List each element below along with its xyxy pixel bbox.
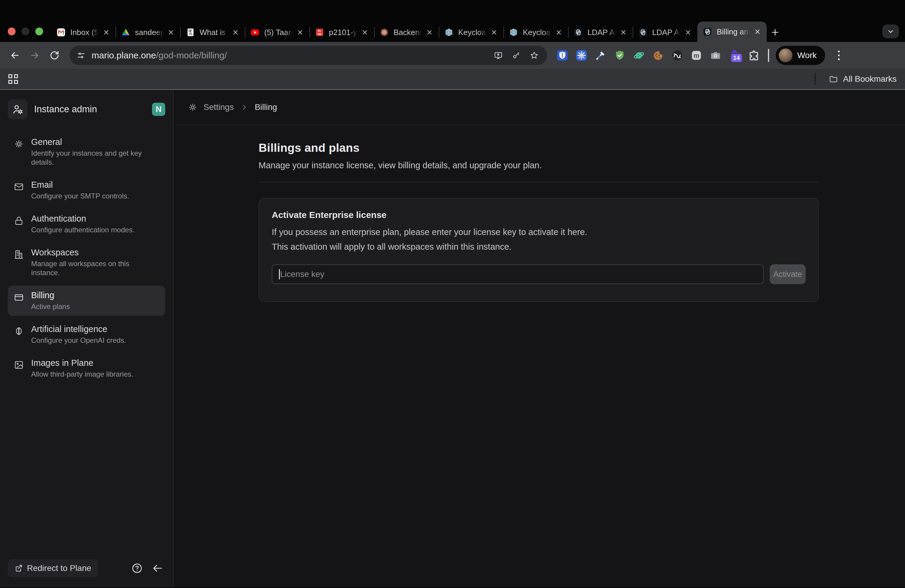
tab-title: Inbox (5) (70, 28, 99, 37)
page-title: Billings and plans (259, 141, 819, 154)
reload-icon[interactable] (47, 48, 62, 63)
lock-icon (13, 215, 25, 226)
breadcrumb-settings[interactable]: Settings (203, 102, 234, 112)
puzzle-icon[interactable] (748, 49, 760, 62)
license-key-input[interactable] (272, 264, 764, 284)
tab-backend[interactable]: Backend (374, 23, 439, 42)
redirect-to-plane-button[interactable]: Redirect to Plane (8, 559, 98, 577)
tab-close-icon[interactable] (619, 28, 628, 37)
browser-window: Inbox (5) sandeep MD What is (5) Taara V… (0, 0, 905, 588)
tab-title: Keycloak (523, 28, 552, 37)
section-divider (259, 182, 819, 182)
tab-close-icon[interactable] (684, 28, 692, 37)
password-key-icon[interactable] (511, 50, 521, 60)
card-description-line2: This activation will apply to all worksp… (272, 242, 806, 252)
extension-badge: 14 (730, 53, 743, 63)
tab-title: Billing an (717, 27, 751, 37)
cookie-icon[interactable] (652, 49, 664, 62)
tab-billing-active[interactable]: Billing an (697, 22, 767, 42)
tab-title: LDAP Au (652, 28, 681, 37)
tab-ldap-2[interactable]: LDAP Au (633, 23, 697, 42)
scribble-icon[interactable] (671, 49, 684, 62)
sidebar-item-authentication[interactable]: Authentication Configure authentication … (8, 209, 165, 239)
tab-close-icon[interactable] (490, 28, 499, 37)
tab-keycloak-2[interactable]: Keycloak (503, 23, 568, 42)
tab-keycloak-1[interactable]: Keycloak (439, 23, 503, 42)
tab-title: Keycloak (458, 28, 487, 37)
tab-ldap-1[interactable]: LDAP Au (568, 23, 633, 42)
tab-vldb[interactable]: VLDB p2101-ya (310, 23, 374, 42)
svg-text:D: D (190, 33, 192, 36)
tab-inbox[interactable]: Inbox (5) (51, 23, 116, 42)
sidebar-item-general[interactable]: General Identify your instances and get … (8, 132, 165, 172)
activate-button[interactable]: Activate (770, 264, 806, 284)
new-tab-button[interactable] (767, 23, 783, 42)
tab-close-icon[interactable] (167, 28, 175, 37)
address-bar[interactable]: mario.plane.one/god-mode/billing/ (70, 46, 547, 65)
sidebar-item-billing[interactable]: Billing Active plans (8, 286, 165, 316)
shield-check-icon[interactable] (613, 49, 626, 62)
forward-icon[interactable] (27, 48, 43, 63)
tab-close-icon[interactable] (554, 28, 563, 37)
sidebar-item-images-in-plane[interactable]: Images in Plane Allow third-party image … (8, 353, 165, 383)
building-icon (13, 249, 25, 260)
instance-admin-icon[interactable] (8, 99, 27, 119)
sidebar-item-email[interactable]: Email Configure your SMTP controls. (8, 175, 165, 205)
sidebar-item-desc: Configure your OpenAI creds. (31, 336, 126, 345)
main-panel: Settings Billing Billings and plans Mana… (173, 90, 905, 587)
tab-youtube[interactable]: (5) Taara (245, 23, 310, 42)
zoom-window-button[interactable] (35, 27, 43, 35)
close-window-button[interactable] (8, 27, 16, 35)
eyedropper-icon[interactable] (594, 49, 607, 62)
sidebar-item-desc: Identify your instances and get key deta… (31, 149, 145, 167)
tab-strip: Inbox (5) sandeep MD What is (5) Taara V… (0, 0, 905, 42)
sidebar-item-label: Workspaces (31, 248, 145, 257)
sidebar-item-desc: Configure authentication modes. (31, 226, 135, 234)
tab-close-icon[interactable] (753, 27, 762, 36)
external-link-icon (14, 564, 23, 572)
tab-close-icon[interactable] (102, 28, 111, 37)
sidebar-items: General Identify your instances and get … (0, 124, 173, 552)
plane-favicon (573, 27, 583, 37)
sidebar-item-artificial-intelligence[interactable]: Artificial intelligence Configure your O… (8, 319, 165, 350)
url-text[interactable]: mario.plane.one/god-mode/billing/ (92, 50, 227, 60)
instance-badge[interactable]: N (152, 103, 165, 116)
tab-title: Backend (394, 28, 422, 37)
sidebar-item-workspaces[interactable]: Workspaces Manage all workspaces on this… (8, 243, 165, 282)
svg-text:VL: VL (318, 29, 321, 33)
tab-search-button[interactable] (882, 25, 899, 38)
back-icon[interactable] (7, 48, 23, 63)
minimize-window-button[interactable] (22, 27, 29, 35)
tab-close-icon[interactable] (360, 28, 369, 37)
text-caret (279, 269, 280, 279)
sidebar-footer: Redirect to Plane (0, 552, 173, 587)
tab-what-is[interactable]: MD What is (180, 23, 245, 42)
bookmarks-separator (814, 73, 816, 85)
chrome-menu-icon[interactable] (833, 51, 845, 60)
tab-close-icon[interactable] (296, 28, 305, 37)
bookmarks-bar: All Bookmarks (0, 69, 905, 90)
install-icon[interactable] (493, 50, 503, 60)
tab-close-icon[interactable] (231, 28, 240, 37)
bitwarden-icon[interactable] (556, 49, 568, 62)
m-logo-icon[interactable]: m (690, 49, 703, 62)
help-icon[interactable] (130, 562, 144, 575)
sun-icon[interactable] (575, 49, 588, 62)
plane-extension-icon[interactable]: 14 (729, 49, 741, 62)
apps-grid-icon[interactable] (8, 74, 18, 84)
chevron-right-icon (240, 103, 248, 111)
tab-close-icon[interactable] (425, 28, 434, 37)
bookmark-star-icon[interactable] (529, 50, 539, 60)
palette-icon[interactable] (633, 49, 645, 62)
arrow-left-icon[interactable] (151, 562, 164, 575)
site-info-icon[interactable] (76, 50, 86, 60)
camera-icon[interactable] (709, 49, 722, 62)
folder-icon (830, 76, 837, 82)
tab-drive[interactable]: sandeep (116, 23, 180, 42)
browser-toolbar: mario.plane.one/god-mode/billing/ m 14 (0, 42, 905, 69)
tab-title: (5) Taara (264, 28, 293, 37)
all-bookmarks-button[interactable]: All Bookmarks (829, 74, 897, 84)
keycloak-favicon (509, 27, 518, 37)
card-description-line1: If you possess an enterprise plan, pleas… (272, 227, 806, 237)
profile-chip[interactable]: Work (776, 46, 825, 65)
